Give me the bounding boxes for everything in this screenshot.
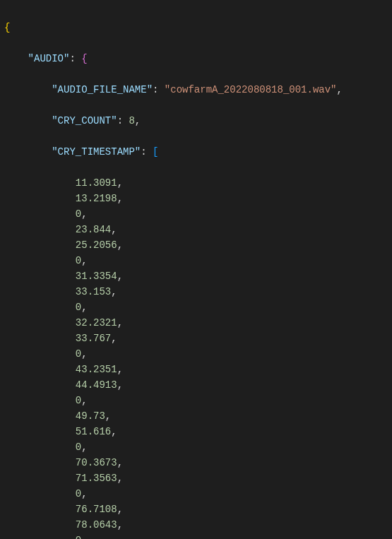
timestamp-value: 0, [4, 393, 392, 408]
file-name-line: "AUDIO_FILE_NAME": "cowfarmA_2022080818_… [4, 82, 392, 97]
timestamp-value: 0, [4, 253, 392, 268]
timestamp-value: 70.3673, [4, 455, 392, 470]
timestamp-array: 11.3091, 13.2198, 0, 23.844, 25.2056, 0,… [4, 175, 392, 539]
timestamp-value: 49.73, [4, 408, 392, 424]
audio-key-line: "AUDIO": { [4, 51, 392, 66]
timestamp-value: 32.2321, [4, 315, 392, 331]
timestamp-value: 13.2198, [4, 191, 392, 206]
code-editor[interactable]: { "AUDIO": { "AUDIO_FILE_NAME": "cowfarm… [4, 4, 392, 539]
cry-timestamp-key-line: "CRY_TIMESTAMP": [ [4, 144, 392, 160]
brace-open-top: { [4, 20, 392, 35]
timestamp-value: 0, [4, 486, 392, 502]
cry-count-line: "CRY_COUNT": 8, [4, 113, 392, 129]
timestamp-value: 51.616, [4, 424, 392, 439]
timestamp-value: 71.3563, [4, 470, 392, 486]
timestamp-value: 25.2056, [4, 237, 392, 253]
timestamp-value: 0 [4, 533, 392, 539]
timestamp-value: 0, [4, 300, 392, 315]
timestamp-value: 33.767, [4, 331, 392, 346]
timestamp-value: 0, [4, 206, 392, 222]
timestamp-value: 0, [4, 346, 392, 362]
timestamp-value: 23.844, [4, 222, 392, 237]
timestamp-value: 78.0643, [4, 517, 392, 533]
timestamp-value: 33.153, [4, 284, 392, 300]
timestamp-value: 43.2351, [4, 362, 392, 377]
timestamp-value: 31.3354, [4, 268, 392, 284]
timestamp-value: 76.7108, [4, 502, 392, 517]
timestamp-value: 11.3091, [4, 175, 392, 191]
timestamp-value: 0, [4, 439, 392, 455]
timestamp-value: 44.4913, [4, 377, 392, 393]
